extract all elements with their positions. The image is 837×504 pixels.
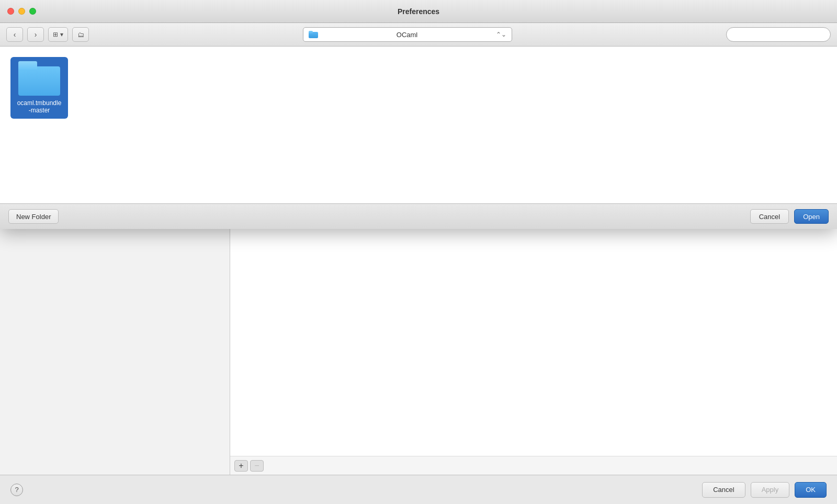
file-content-area: ocaml.tmbundle-master: [0, 47, 837, 203]
add-icon: +: [239, 461, 243, 471]
grid-icon: ⊞: [53, 31, 58, 38]
apply-button[interactable]: Apply: [751, 482, 790, 498]
file-dialog-bar: New Folder Cancel Open: [0, 203, 837, 229]
back-button[interactable]: ‹: [6, 27, 23, 42]
file-open-button[interactable]: Open: [794, 209, 829, 224]
search-container: 🔍: [726, 27, 831, 42]
chevron-down-icon: ▾: [60, 31, 63, 38]
dialog-wrapper: Intentions Language Injections ⧉ Spellin…: [0, 23, 837, 504]
content-toolbar: + −: [230, 456, 837, 475]
remove-icon: −: [254, 461, 259, 471]
window-title: Preferences: [398, 7, 439, 16]
new-folder-toolbar-button[interactable]: 🗂: [72, 27, 89, 42]
preferences-bottom-bar: ? Cancel Apply OK: [0, 475, 837, 504]
ok-button[interactable]: OK: [795, 482, 827, 498]
back-icon: ‹: [14, 30, 16, 39]
help-icon: ?: [15, 486, 18, 494]
help-button[interactable]: ?: [10, 484, 23, 496]
maximize-button[interactable]: [29, 8, 36, 15]
preferences-actions: Cancel Apply OK: [702, 482, 827, 498]
traffic-lights: [7, 8, 36, 15]
folder-item-label: ocaml.tmbundle-master: [15, 99, 64, 114]
chevron-updown-icon: ⌃⌄: [496, 31, 506, 38]
folder-plus-icon: 🗂: [77, 31, 84, 39]
file-cancel-button[interactable]: Cancel: [750, 209, 789, 224]
file-toolbar: ‹ › ⊞ ▾ 🗂 OCaml ⌃⌄ 🔍: [0, 23, 837, 47]
folder-icon: [309, 31, 318, 38]
folder-item-ocaml[interactable]: ocaml.tmbundle-master: [10, 57, 68, 119]
add-bundle-button[interactable]: +: [234, 460, 248, 472]
remove-bundle-button[interactable]: −: [250, 460, 264, 472]
new-folder-button[interactable]: New Folder: [8, 209, 59, 224]
location-dropdown[interactable]: OCaml ⌃⌄: [303, 27, 512, 42]
folder-large-icon: [18, 61, 60, 96]
file-dialog-actions: Cancel Open: [750, 209, 829, 224]
title-bar: Preferences: [0, 0, 837, 23]
file-open-dialog: ‹ › ⊞ ▾ 🗂 OCaml ⌃⌄ 🔍: [0, 23, 837, 229]
view-button[interactable]: ⊞ ▾: [48, 27, 68, 42]
forward-button[interactable]: ›: [27, 27, 44, 42]
forward-icon: ›: [35, 30, 37, 39]
location-name: OCaml: [322, 31, 492, 39]
close-button[interactable]: [7, 8, 14, 15]
cancel-button[interactable]: Cancel: [702, 482, 745, 498]
search-input[interactable]: [726, 27, 831, 42]
minimize-button[interactable]: [18, 8, 25, 15]
